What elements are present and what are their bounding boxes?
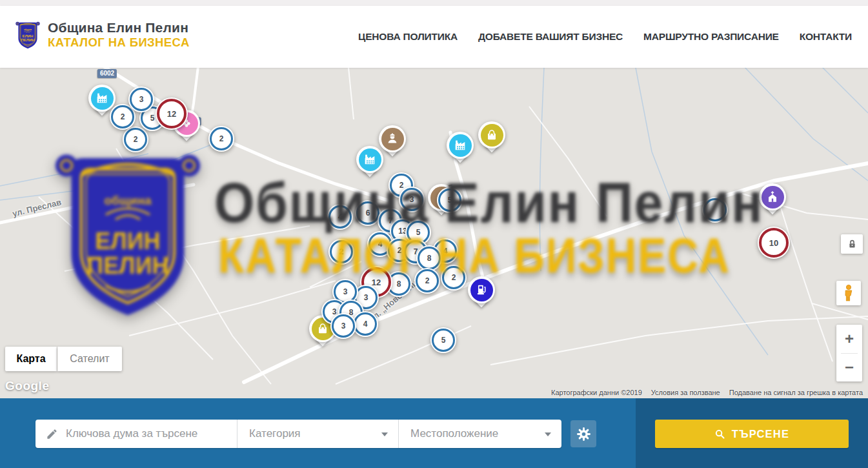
cluster-count: 4 (338, 212, 343, 221)
svg-text:ЕЛИН: ЕЛИН (23, 34, 34, 38)
pin-circle (356, 146, 383, 173)
map-data-notice: Картографски данни ©2019 (551, 389, 642, 396)
municipality-crest-icon: община ЕЛИН ПЕЛИН (15, 14, 40, 56)
marker-pin-fuel[interactable] (468, 276, 495, 312)
marker-cluster[interactable]: 8 (416, 245, 442, 271)
marker-cluster[interactable]: 2 (441, 265, 467, 290)
pin-circle (447, 132, 474, 159)
marker-pin-factory[interactable] (356, 146, 383, 182)
cluster-count: 10 (769, 238, 778, 248)
map-type-control: Карта Сателит (5, 347, 122, 371)
marker-cluster[interactable]: 3 (330, 313, 356, 339)
cluster-count: 3 (343, 287, 348, 296)
pin-circle (478, 121, 505, 148)
marker-cluster[interactable]: 12 (156, 97, 188, 130)
terms-link[interactable]: Условия за ползване (651, 389, 720, 396)
cluster-count: 5 (416, 228, 421, 237)
pegman-icon (841, 284, 856, 302)
marker-cluster[interactable] (702, 197, 728, 223)
keyword-input[interactable] (65, 427, 237, 441)
search-button[interactable]: ТЪРСЕНЕ (655, 420, 849, 448)
marker-cluster[interactable]: 4 (327, 204, 353, 230)
cluster-count: 3 (139, 95, 144, 104)
svg-text:ПЕЛИН: ПЕЛИН (21, 38, 34, 42)
cluster-count: 2 (425, 276, 430, 285)
cluster-count: 12 (372, 278, 381, 287)
report-error-link[interactable]: Подаване на сигнал за грешка в картата (729, 389, 863, 396)
search-bar-right-panel: ТЪРСЕНЕ (636, 398, 868, 468)
cluster-count: 2 (398, 246, 402, 255)
google-logo[interactable]: Google (5, 379, 49, 393)
cluster-count: 2 (399, 181, 404, 190)
cluster-count: 3 (410, 195, 414, 204)
nav-route-schedule[interactable]: МАРШРУТНО РАЗПИСАНИЕ (643, 31, 779, 43)
pencil-icon (46, 428, 58, 440)
zoom-control: + − (836, 325, 862, 382)
cluster-count: 2 (134, 135, 138, 144)
page: община ЕЛИН ПЕЛИН Община Елин Пелин КАТА… (0, 0, 868, 468)
map-type-satellite-button[interactable]: Сателит (57, 347, 122, 371)
search-fields: Категория Местоположение (35, 420, 561, 448)
marker-pin-bag[interactable] (478, 121, 505, 158)
pin-circle (468, 276, 495, 303)
brand-logo[interactable]: община ЕЛИН ПЕЛИН Община Елин Пелин КАТА… (15, 14, 190, 56)
svg-text:община: община (24, 28, 32, 31)
search-bar: ТЪРСЕНЕ Категория Местоположение (0, 398, 868, 468)
marker-pin-church[interactable] (759, 183, 786, 219)
marker-cluster[interactable]: 3 (128, 86, 154, 112)
gear-icon (577, 427, 590, 441)
marker-cluster[interactable]: 10 (758, 227, 790, 259)
marker-cluster[interactable]: 4 (352, 311, 378, 337)
cluster-count: 4 (443, 247, 448, 256)
cluster-count: 2 (219, 134, 224, 143)
cluster-count: 3 (341, 321, 346, 331)
map-markers-layer: 225312223564713542274882212333843510 (0, 68, 868, 398)
cluster-count: 5 (441, 336, 446, 345)
cluster-count: 2 (339, 247, 344, 256)
top-strip (0, 0, 868, 6)
brand-title: Община Елин Пелин (48, 20, 190, 36)
lock-button[interactable] (841, 234, 863, 254)
category-value: Категория (237, 427, 300, 440)
location-value: Местоположение (399, 427, 498, 440)
cluster-count: 2 (121, 112, 125, 121)
cluster-count: 5 (448, 196, 452, 205)
cluster-count: 8 (397, 280, 401, 289)
map-attribution: Картографски данни ©2019Условия за ползв… (551, 389, 863, 396)
marker-cluster[interactable]: 3 (399, 187, 425, 212)
nav-price-policy[interactable]: ЦЕНОВА ПОЛИТИКА (358, 31, 458, 43)
cluster-count: 4 (378, 239, 383, 249)
search-button-label: ТЪРСЕНЕ (732, 428, 789, 440)
header: община ЕЛИН ПЕЛИН Община Елин Пелин КАТА… (0, 6, 868, 68)
cluster-count: 3 (364, 293, 368, 302)
cluster-count: 6 (366, 209, 370, 218)
location-select[interactable]: Местоположение (399, 420, 561, 448)
brand-subtitle: КАТАЛОГ НА БИЗНЕСА (48, 36, 190, 49)
zoom-out-button[interactable]: − (836, 354, 862, 382)
cluster-count: 8 (427, 254, 432, 263)
search-icon (714, 429, 725, 440)
cluster-count: 12 (167, 109, 176, 119)
category-select[interactable]: Категория (237, 420, 398, 448)
marker-cluster[interactable]: 5 (430, 327, 456, 353)
pegman-control[interactable] (836, 281, 861, 305)
cluster-count: 5 (150, 114, 155, 123)
marker-cluster[interactable]: 6 (355, 200, 381, 226)
marker-cluster[interactable]: 2 (414, 268, 440, 294)
nav-add-your-business[interactable]: ДОБАВЕТЕ ВАШИЯТ БИЗНЕС (478, 31, 623, 43)
marker-cluster[interactable]: 2 (328, 239, 354, 265)
advanced-settings-button[interactable] (570, 420, 596, 447)
marker-cluster[interactable]: 2 (208, 126, 234, 152)
pin-circle (759, 183, 786, 210)
marker-cluster[interactable]: 2 (123, 127, 148, 152)
lock-icon (847, 239, 857, 250)
chevron-down-icon (381, 432, 388, 436)
nav-contacts[interactable]: КОНТАКТИ (800, 31, 852, 43)
pin-circle (88, 85, 116, 112)
map-type-map-button[interactable]: Карта (5, 347, 57, 371)
zoom-in-button[interactable]: + (836, 325, 862, 353)
marker-pin-factory[interactable] (447, 132, 474, 168)
map-canvas[interactable]: 6002 ул. Преславбул. „Новоселци“ци 22531… (0, 68, 868, 398)
marker-cluster[interactable]: 5 (437, 187, 463, 213)
cluster-count: 4 (363, 320, 368, 329)
